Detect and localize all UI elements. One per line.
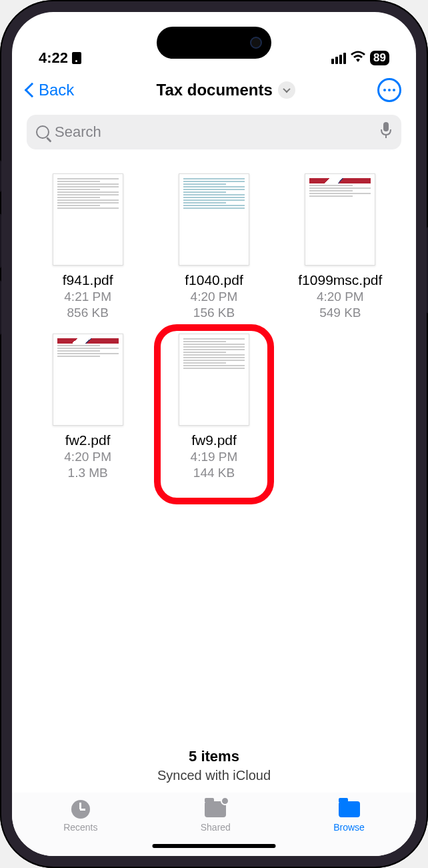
files-grid: f941.pdf 4:21 PM 856 KB f1040.pdf 4:20 P… (12, 149, 416, 748)
file-item[interactable]: fw9.pdf 4:19 PM 144 KB (157, 334, 271, 480)
dynamic-island (157, 27, 271, 59)
file-thumbnail (53, 173, 123, 266)
file-thumbnail (305, 173, 375, 266)
folder-shared-icon (205, 801, 226, 817)
tab-browse[interactable]: Browse (333, 799, 365, 833)
file-name: f1040.pdf (185, 272, 243, 288)
back-button[interactable]: Back (27, 81, 74, 99)
chevron-left-icon (25, 83, 40, 98)
svg-rect-0 (383, 122, 389, 131)
tab-label: Browse (333, 822, 365, 833)
clock-icon (71, 800, 90, 819)
search-icon (36, 125, 49, 139)
item-count: 5 items (12, 748, 416, 765)
file-time: 4:20 PM (64, 450, 111, 464)
file-item[interactable]: fw2.pdf 4:20 PM 1.3 MB (31, 334, 145, 480)
chevron-down-icon (278, 81, 295, 99)
folder-icon (339, 801, 360, 817)
folder-title-button[interactable]: Tax documents (157, 81, 295, 99)
tab-label: Shared (201, 822, 231, 833)
file-name: f941.pdf (63, 272, 113, 288)
sim-icon (72, 52, 81, 64)
file-item[interactable]: f941.pdf 4:21 PM 856 KB (31, 173, 145, 320)
file-thumbnail (179, 173, 249, 266)
front-camera (250, 37, 262, 49)
tab-shared[interactable]: Shared (201, 799, 231, 833)
cellular-signal-icon (331, 53, 346, 64)
battery-indicator: 89 (370, 51, 389, 65)
file-name: fw2.pdf (65, 432, 111, 448)
file-size: 156 KB (193, 306, 235, 320)
more-options-button[interactable] (377, 78, 401, 102)
file-time: 4:20 PM (191, 290, 238, 304)
file-thumbnail (53, 334, 123, 426)
microphone-icon[interactable] (380, 121, 392, 143)
file-item[interactable]: f1040.pdf 4:20 PM 156 KB (157, 173, 271, 320)
folder-summary: 5 items Synced with iCloud (12, 748, 416, 793)
search-placeholder: Search (55, 123, 375, 141)
file-size: 549 KB (319, 306, 361, 320)
file-time: 4:21 PM (64, 290, 111, 304)
file-item[interactable]: f1099msc.pdf 4:20 PM 549 KB (283, 173, 397, 320)
volume-down-button (0, 280, 1, 335)
page-title: Tax documents (157, 81, 273, 99)
side-button (0, 160, 1, 192)
volume-up-button (0, 213, 1, 268)
file-name: fw9.pdf (191, 432, 237, 448)
file-name: f1099msc.pdf (298, 272, 382, 288)
sync-status: Synced with iCloud (12, 768, 416, 783)
screen: 4:22 89 Back Tax documents (12, 12, 416, 856)
phone-frame: 4:22 89 Back Tax documents (0, 0, 428, 868)
navigation-bar: Back Tax documents (12, 71, 416, 109)
wifi-icon (350, 49, 366, 67)
file-time: 4:19 PM (191, 450, 238, 464)
home-indicator[interactable] (153, 844, 276, 848)
back-label: Back (39, 81, 74, 99)
file-thumbnail (179, 334, 249, 426)
tab-recents[interactable]: Recents (63, 799, 97, 833)
file-size: 1.3 MB (68, 466, 108, 480)
tab-label: Recents (63, 822, 97, 833)
file-time: 4:20 PM (317, 290, 364, 304)
status-time: 4:22 (39, 49, 68, 67)
file-size: 144 KB (193, 466, 235, 480)
search-input[interactable]: Search (27, 115, 401, 149)
file-size: 856 KB (67, 306, 109, 320)
